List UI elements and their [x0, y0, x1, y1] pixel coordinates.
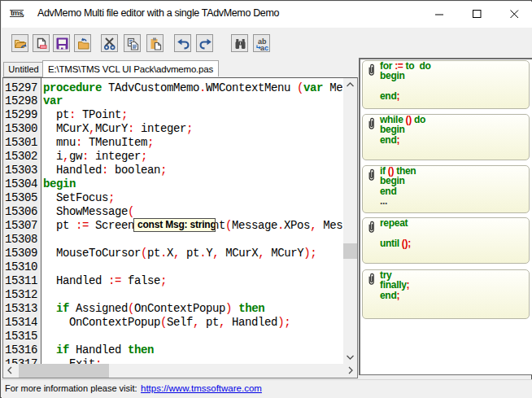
svg-text:c: c: [264, 44, 268, 51]
